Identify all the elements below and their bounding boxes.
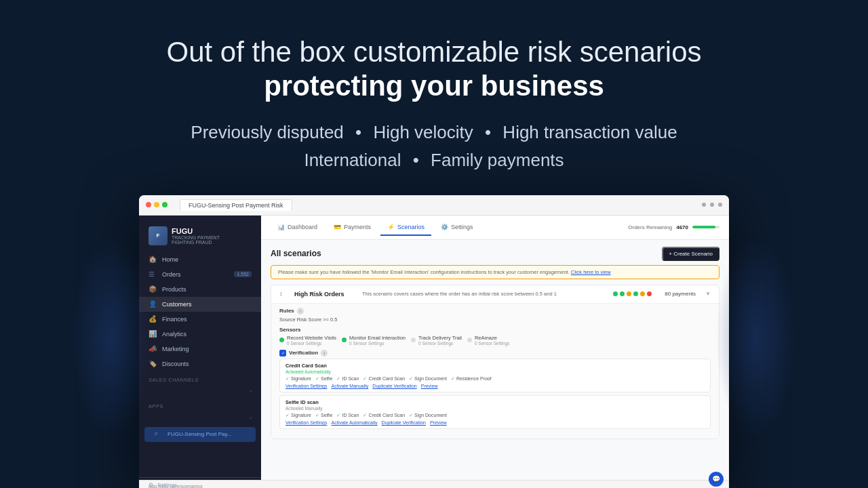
checkmark-icon: ✓ xyxy=(281,350,285,355)
rules-title: Rules xyxy=(279,308,294,314)
dot-green[interactable] xyxy=(162,202,167,207)
warning-banner: Please make sure you have followed the '… xyxy=(271,265,719,279)
create-scenario-button[interactable]: + Create Scenario xyxy=(662,247,719,261)
sidebar-customers-label: Customers xyxy=(162,301,192,308)
verification-card-selfie: Selfie ID scan Activated Manually ✓ Sign… xyxy=(279,395,711,429)
opt-id-scan: ✓ ID Scan xyxy=(336,376,359,382)
sidebar-item-home[interactable]: 🏠 Home xyxy=(139,252,261,267)
logo-text: FUGU xyxy=(172,227,220,235)
sidebar-item-finances[interactable]: 💰 Finances xyxy=(139,312,261,327)
scenario-num: 1 xyxy=(279,291,288,297)
create-scenario-label: + Create Scenario xyxy=(669,251,713,257)
bullet-1: • xyxy=(355,122,366,142)
sensor-dot-2 xyxy=(342,338,347,342)
selfie-activate-link[interactable]: Activate Automatically xyxy=(331,420,377,425)
scenario-name: High Risk Orders xyxy=(294,291,355,298)
credit-duplicate-link[interactable]: Duplicate Verification xyxy=(372,384,416,388)
selfie-opt-sign: ✓ Sign Document xyxy=(409,413,447,418)
credit-activate-link[interactable]: Activate Manually xyxy=(331,384,368,388)
verification-card-credit: Credit Card Scan Activated Automatically… xyxy=(279,359,711,392)
analytics-icon: 📊 xyxy=(149,330,157,338)
payments-tab-label: Payments xyxy=(344,224,371,230)
sidebar-item-orders[interactable]: ☰ Orders 1,552 xyxy=(139,267,261,282)
warning-text: Please make sure you have followed the '… xyxy=(278,269,570,275)
sidebar-item-analytics[interactable]: 📊 Analytics xyxy=(139,327,261,342)
apps-label: Apps xyxy=(139,398,261,411)
sensor-dot-1 xyxy=(279,338,284,342)
scenario-payments: 80 payments xyxy=(658,291,696,297)
feature-family-payments: Family payments xyxy=(431,150,564,170)
sidebar-orders-label: Orders xyxy=(162,271,181,278)
credit-options: ✓ Signature ✓ Selfie ✓ xyxy=(285,376,705,382)
sidebar-item-customers[interactable]: 👤 Customers xyxy=(139,297,261,312)
home-icon: 🏠 xyxy=(149,256,157,264)
top-nav: 📊 Dashboard 💳 Payments ⚡ Scenarios ⚙️ Se… xyxy=(261,216,729,240)
selfie-duplicate-link[interactable]: Duplicate Verification xyxy=(382,420,426,425)
dashboard-tab-icon: 📊 xyxy=(277,224,285,230)
sidebar-item-fugu-app[interactable]: F FUGU-Sensing Post Pay... xyxy=(144,427,256,442)
products-icon: 📦 xyxy=(149,285,157,293)
sidebar-item-apps-expand[interactable]: › xyxy=(139,411,261,424)
sensor-3-sub: 0 Sensor Settings xyxy=(418,341,462,346)
credit-preview-link[interactable]: Preview xyxy=(421,384,438,388)
selfie-label-sign: Sign Document xyxy=(414,413,447,418)
credit-card-subtitle: Activated Automatically xyxy=(285,369,705,374)
sidebar-item-sales-channels[interactable]: › xyxy=(139,385,261,398)
selfie-settings-link[interactable]: Verification Settings xyxy=(285,420,327,425)
sidebar-item-discounts[interactable]: 🏷️ Discounts xyxy=(139,357,261,371)
sidebar-marketing-label: Marketing xyxy=(162,346,189,352)
selfie-preview-link[interactable]: Preview xyxy=(430,420,447,425)
sensors-section: Sensors Record Website Visits 0 Sensor S… xyxy=(279,327,711,346)
opt-sign-doc: ✓ Sign Document xyxy=(409,376,447,382)
check-credit-card-scan: ✓ xyxy=(363,376,367,382)
settings-label: Settings xyxy=(157,482,177,488)
scenario-indicators xyxy=(613,291,652,296)
customers-icon: 👤 xyxy=(149,300,157,308)
sidebar-finances-label: Finances xyxy=(162,316,187,323)
indicator-red-1 xyxy=(647,291,652,296)
tab-dashboard[interactable]: 📊 Dashboard xyxy=(271,220,324,236)
bullet-3: • xyxy=(413,150,424,170)
warning-link[interactable]: Click here to view xyxy=(571,269,611,275)
feature-previously-disputed: Previously disputed xyxy=(191,122,343,142)
chevron-down-icon[interactable]: ▼ xyxy=(705,291,711,297)
indicator-yellow-1 xyxy=(627,291,631,296)
tab-scenarios[interactable]: ⚡ Scenarios xyxy=(380,220,431,236)
bullet-2: • xyxy=(485,122,496,142)
scenarios-title: All scenarios xyxy=(271,249,321,258)
selfie-check-id: ✓ xyxy=(336,413,340,418)
sidebar-item-products[interactable]: 📦 Products xyxy=(139,282,261,297)
scenario-row[interactable]: 1 High Risk Orders This scenario covers … xyxy=(271,285,719,303)
chevron-right-icon-2: › xyxy=(250,415,252,421)
hero-title-bold: protecting your business xyxy=(264,70,604,102)
tab-payments[interactable]: 💳 Payments xyxy=(327,220,378,236)
dot-red[interactable] xyxy=(146,202,151,207)
main-content: 📊 Dashboard 💳 Payments ⚡ Scenarios ⚙️ Se… xyxy=(261,216,729,480)
credit-actions: Verification Settings Activate Manually … xyxy=(285,384,705,388)
check-sign-doc: ✓ xyxy=(409,376,413,382)
browser-tab-label: FUGU-Sensing Post Payment Risk xyxy=(189,202,283,209)
selfie-check-cc: ✓ xyxy=(363,413,367,418)
hero-subtitle: Previously disputed • High velocity • Hi… xyxy=(166,119,701,175)
selfie-actions: Verification Settings Activate Automatic… xyxy=(285,420,705,425)
tab-settings[interactable]: ⚙️ Settings xyxy=(434,220,480,236)
dot-yellow[interactable] xyxy=(154,202,159,207)
verification-checkbox[interactable]: ✓ xyxy=(279,350,286,357)
check-id-scan: ✓ xyxy=(336,376,340,382)
app-layout: F FUGU TRACKING PAYMENTFIGHTING FRAUD 🏠 … xyxy=(139,216,729,480)
opt-residence: ✓ Residence Proof xyxy=(451,376,492,382)
dashboard-tab-label: Dashboard xyxy=(288,224,317,230)
label-credit-card-scan: Credit Card Scan xyxy=(368,376,405,381)
orders-remaining: Orders Remaining 4670 xyxy=(628,224,719,230)
fugu-app-icon: F xyxy=(154,430,162,439)
browser-tab[interactable]: FUGU-Sensing Post Payment Risk xyxy=(180,199,292,211)
sensor-track-delivery: Track Delivery Trail 0 Sensor Settings xyxy=(411,335,462,346)
sidebar-settings[interactable]: ⚙ Settings xyxy=(139,477,261,488)
orders-icon: ☰ xyxy=(149,270,157,279)
hero-title-normal: Out of the box customizable risk scenari… xyxy=(166,36,701,68)
credit-settings-link[interactable]: Verification Settings xyxy=(285,384,327,388)
sidebar-item-marketing[interactable]: 📣 Marketing xyxy=(139,342,261,357)
settings-tab-icon: ⚙️ xyxy=(441,224,448,230)
selfie-check-sign: ✓ xyxy=(409,413,413,418)
scenarios-content: All scenarios + Create Scenario Please m… xyxy=(261,240,729,480)
